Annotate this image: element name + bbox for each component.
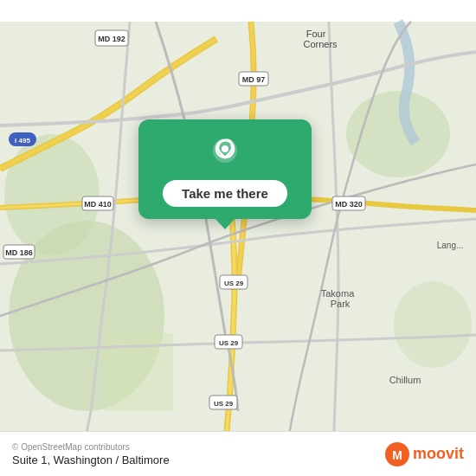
svg-text:MD 192: MD 192 [98, 35, 125, 43]
bottom-bar: © OpenStreetMap contributors Suite 1, Wa… [0, 431, 476, 476]
svg-point-32 [222, 145, 228, 152]
location-pin-icon [207, 135, 243, 171]
svg-text:MD 320: MD 320 [335, 200, 363, 209]
svg-text:M: M [392, 448, 402, 462]
svg-text:US 29: US 29 [214, 400, 234, 408]
svg-text:Takoma: Takoma [321, 288, 355, 299]
copyright-text: © OpenStreetMap contributors [12, 442, 170, 452]
svg-text:Chillum: Chillum [389, 375, 421, 385]
svg-text:Corners: Corners [303, 39, 338, 49]
location-text: Suite 1, Washington / Baltimore [12, 453, 170, 466]
moovit-icon: M [385, 442, 409, 466]
bottom-info: © OpenStreetMap contributors Suite 1, Wa… [12, 442, 170, 466]
svg-point-2 [4, 134, 100, 255]
svg-text:I 495: I 495 [15, 137, 30, 145]
svg-text:Four: Four [306, 29, 326, 39]
map-container: MD 192 MD 97 I 495 MD 410 MD 186 US 29 U… [0, 0, 476, 476]
popup-card: Take me there [138, 119, 312, 219]
take-me-there-button[interactable]: Take me there [163, 180, 287, 207]
svg-point-5 [394, 281, 472, 368]
map-background: MD 192 MD 97 I 495 MD 410 MD 186 US 29 U… [0, 0, 476, 476]
svg-text:MD 186: MD 186 [5, 248, 33, 257]
svg-text:Lang...: Lang... [437, 241, 464, 250]
svg-text:MD 97: MD 97 [242, 75, 266, 84]
moovit-brand-text: moovit [413, 445, 464, 463]
moovit-logo: M moovit [385, 442, 464, 466]
svg-text:US 29: US 29 [219, 339, 239, 347]
svg-text:MD 410: MD 410 [84, 200, 112, 209]
svg-text:Park: Park [331, 299, 351, 309]
svg-text:US 29: US 29 [224, 280, 244, 287]
